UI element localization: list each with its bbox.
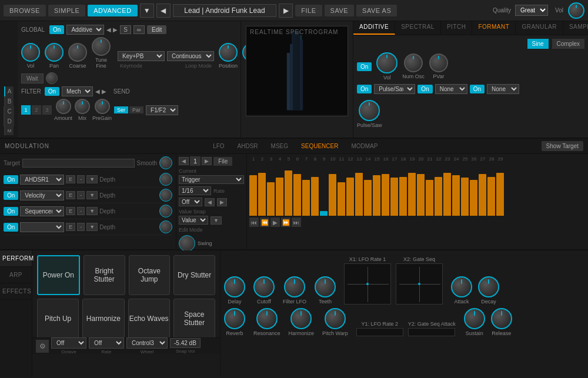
filter-lfo-knob[interactable]: [284, 276, 305, 297]
seq-bar-11[interactable]: [338, 182, 345, 216]
seq-bar-20[interactable]: [417, 174, 425, 216]
mod2-dash[interactable]: -: [77, 191, 85, 199]
release-side-knob[interactable]: [491, 308, 512, 329]
filter-on-button[interactable]: On: [45, 87, 59, 96]
seq-bar-col-26[interactable]: [470, 163, 478, 216]
seq-bar-col-22[interactable]: [435, 163, 443, 216]
snap-vol-display[interactable]: -5.42 dB: [170, 338, 201, 348]
off-nav-r[interactable]: ▶: [217, 198, 227, 206]
seq-bar-col-29[interactable]: [496, 163, 505, 216]
pad-power-on[interactable]: Power On: [37, 255, 80, 295]
seq-bar-3[interactable]: [267, 182, 275, 216]
track-c[interactable]: C: [4, 106, 14, 116]
vol-knob[interactable]: [568, 2, 584, 19]
seq-next[interactable]: ▶: [202, 157, 212, 165]
seq-bar-6[interactable]: [293, 174, 301, 216]
delay-knob[interactable]: [224, 276, 245, 297]
seq-bar-19[interactable]: [408, 173, 416, 216]
sustain-side-knob[interactable]: [464, 308, 485, 329]
seq-bar-28[interactable]: [487, 177, 495, 216]
mod3-e[interactable]: E: [66, 207, 75, 215]
mod2-depth-knob[interactable]: [159, 189, 172, 202]
mod4-e[interactable]: E: [66, 223, 75, 231]
seq-bar-col-17[interactable]: [390, 163, 399, 216]
keymode-select[interactable]: Key+PB: [118, 51, 165, 61]
mod4-on[interactable]: On: [4, 223, 18, 232]
preset-dropdown-arrow[interactable]: ▼: [140, 4, 154, 18]
seq-bar-18[interactable]: [399, 177, 407, 216]
tab-spectral[interactable]: SPECTRAL: [395, 21, 441, 35]
mod2-source[interactable]: Velocity: [20, 190, 64, 200]
tab-ahdsr[interactable]: AHDSR: [232, 141, 264, 151]
mod3-dash[interactable]: -: [77, 207, 85, 215]
mod4-arrow[interactable]: ▼: [86, 223, 98, 231]
seq-bar-col-5[interactable]: [285, 163, 293, 216]
edit-button[interactable]: Edit: [147, 25, 166, 34]
seq-bars[interactable]: [249, 163, 586, 216]
mod3-on[interactable]: On: [4, 207, 18, 216]
pad-dry-stutter[interactable]: Dry Stutter: [173, 255, 215, 295]
seq-bar-1[interactable]: [249, 175, 257, 216]
link-button[interactable]: ∞: [133, 25, 145, 34]
complex-button[interactable]: Complex: [552, 39, 584, 49]
save-button[interactable]: Save: [325, 5, 355, 16]
track-b[interactable]: B: [4, 96, 14, 106]
pad-harmonize[interactable]: Harmonize: [82, 299, 124, 339]
seq-bar-5[interactable]: [285, 170, 292, 216]
mod1-on[interactable]: On: [4, 175, 18, 184]
none2-select[interactable]: None: [487, 84, 519, 94]
show-target-button[interactable]: Show Target: [542, 141, 583, 151]
pvar-knob[interactable]: [429, 53, 448, 72]
seq-bar-14[interactable]: [364, 180, 372, 216]
mod1-depth-knob[interactable]: [159, 173, 172, 186]
none2-on-button[interactable]: On: [470, 85, 485, 93]
tab-formant[interactable]: FORMANT: [472, 21, 516, 35]
mod3-arrow[interactable]: ▼: [86, 207, 98, 215]
mod4-depth-knob[interactable]: [159, 220, 172, 233]
value-select[interactable]: Value: [179, 216, 208, 225]
pulse-saw-knob[interactable]: [359, 100, 380, 121]
prev-preset-button[interactable]: ◀: [156, 4, 171, 18]
seq-bar-13[interactable]: [355, 173, 363, 216]
seq-bar-29[interactable]: [496, 173, 504, 216]
track-morph[interactable]: M: [4, 126, 14, 135]
global-nav-arrows[interactable]: ◀ ▶: [106, 26, 118, 33]
seq-file-btn[interactable]: File: [213, 157, 232, 166]
pan-knob[interactable]: [45, 43, 64, 62]
tab-modmap[interactable]: MODMAP: [345, 141, 383, 151]
seq-bar-col-11[interactable]: [338, 163, 346, 216]
seq-bar-17[interactable]: [390, 178, 398, 216]
mod2-on[interactable]: On: [4, 191, 18, 200]
perform-tab[interactable]: PERFORM: [0, 250, 32, 267]
filter-num-3[interactable]: 3: [42, 105, 52, 115]
pitch-warp-knob[interactable]: [325, 308, 346, 329]
quality-select[interactable]: Great: [515, 5, 548, 16]
pad-echo-waves[interactable]: Echo Waves: [128, 299, 170, 339]
seq-bar-8[interactable]: [311, 177, 319, 216]
s-button[interactable]: S: [120, 25, 131, 34]
seq-bar-col-9[interactable]: [320, 163, 328, 216]
rate-bot-select[interactable]: Off: [89, 337, 124, 349]
wheel-select[interactable]: Control3: [126, 337, 168, 349]
loopmode-select[interactable]: Continuous: [167, 51, 214, 61]
seq-ctrl-1[interactable]: ⏪: [260, 218, 269, 227]
seq-bar-col-10[interactable]: [329, 163, 337, 216]
filter-num-1[interactable]: 1: [21, 105, 31, 115]
seq-ctrl-4[interactable]: ⏭: [292, 218, 301, 227]
mod1-dash[interactable]: -: [77, 175, 85, 183]
additive-select[interactable]: Additive: [66, 25, 104, 35]
seq-bar-col-2[interactable]: [258, 163, 266, 216]
seq-bar-4[interactable]: [276, 178, 283, 216]
settings-gear[interactable]: ⚙: [36, 340, 49, 353]
seq-bar-col-4[interactable]: [276, 163, 284, 216]
pregain-knob[interactable]: [95, 99, 110, 114]
seq-ctrl-3[interactable]: ⏩: [281, 218, 290, 227]
seq-bar-col-15[interactable]: [373, 163, 381, 216]
decay-side-knob[interactable]: [478, 276, 499, 297]
swing-knob[interactable]: [179, 235, 195, 252]
track-d[interactable]: D: [4, 116, 14, 126]
attack-side-knob[interactable]: [451, 276, 472, 297]
octave-select[interactable]: Off: [51, 337, 86, 349]
off-select[interactable]: Off: [179, 198, 202, 206]
seq-bar-col-23[interactable]: [443, 163, 452, 216]
